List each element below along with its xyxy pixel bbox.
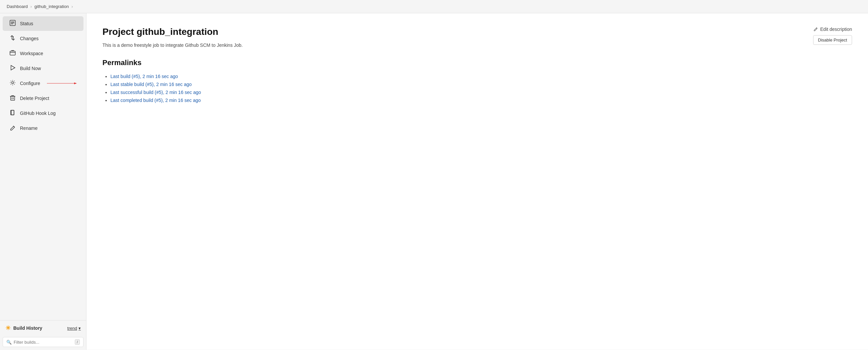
project-description: This is a demo freestyle job to integrat… (102, 42, 852, 48)
sidebar-item-build-now[interactable]: Build Now (3, 61, 84, 76)
project-title: Project github_integration (102, 27, 852, 37)
pencil-icon (813, 27, 818, 32)
sidebar-item-configure-label: Configure (20, 81, 40, 86)
build-history-label: Build History (13, 325, 42, 331)
filter-builds-container: 🔍 / (3, 337, 84, 347)
search-icon: 🔍 (6, 340, 12, 345)
svg-point-8 (12, 82, 13, 84)
edit-description-label: Edit description (820, 27, 852, 32)
content-area: Edit description Disable Project Project… (87, 13, 868, 350)
disable-project-button[interactable]: Disable Project (813, 35, 852, 45)
delete-project-icon (9, 95, 16, 102)
sun-icon: ☀ (5, 324, 11, 332)
sidebar-item-github-hook-log-label: GitHub Hook Log (20, 111, 56, 116)
breadcrumb-project[interactable]: github_integration (35, 4, 69, 9)
svg-rect-16 (11, 110, 14, 115)
sidebar-item-status-label: Status (20, 21, 33, 26)
sidebar-item-rename-label: Rename (20, 126, 38, 131)
sidebar-item-delete-project-label: Delete Project (20, 96, 49, 101)
sidebar-item-status[interactable]: Status (3, 16, 84, 31)
github-hook-log-icon (9, 110, 16, 117)
breadcrumb-sep-2: › (71, 4, 73, 9)
workspace-icon (9, 50, 16, 57)
svg-rect-11 (11, 96, 14, 100)
sidebar-item-workspace[interactable]: Workspace (3, 46, 84, 61)
build-history-section: ☀ Build History trend ▾ 🔍 / (0, 320, 86, 350)
sidebar-item-rename[interactable]: Rename (3, 121, 84, 136)
list-item: Last stable build (#5), 2 min 16 sec ago (111, 82, 852, 87)
permalink-last-stable-build[interactable]: Last stable build (#5), 2 min 16 sec ago (111, 82, 191, 87)
sidebar-item-delete-project[interactable]: Delete Project (3, 91, 84, 106)
svg-rect-6 (10, 51, 15, 55)
trend-label: trend (67, 326, 77, 331)
changes-icon (9, 35, 16, 42)
breadcrumb: Dashboard › github_integration › (0, 0, 868, 13)
sidebar-item-configure[interactable]: Configure (3, 76, 84, 91)
sidebar-nav: Status Changes (0, 16, 86, 320)
build-history-header: ☀ Build History trend ▾ (0, 320, 86, 336)
sidebar-item-changes-label: Changes (20, 36, 38, 41)
configure-icon (9, 80, 16, 87)
permalinks-list: Last build (#5), 2 min 16 sec ago Last s… (102, 74, 852, 103)
disable-project-label: Disable Project (818, 37, 847, 42)
permalink-last-completed-build[interactable]: Last completed build (#5), 2 min 16 sec … (111, 98, 201, 103)
sidebar-item-workspace-label: Workspace (20, 51, 43, 56)
build-now-icon (9, 65, 16, 72)
permalinks-title: Permalinks (102, 59, 852, 67)
slash-shortcut-badge: / (75, 339, 80, 345)
permalink-last-successful-build[interactable]: Last successful build (#5), 2 min 16 sec… (111, 90, 201, 95)
trend-link[interactable]: trend ▾ (67, 326, 81, 331)
permalink-last-build[interactable]: Last build (#5), 2 min 16 sec ago (111, 74, 178, 79)
svg-marker-10 (74, 82, 77, 84)
edit-description-button[interactable]: Edit description (813, 27, 852, 32)
filter-builds-input[interactable] (13, 340, 75, 345)
trend-chevron-icon: ▾ (79, 326, 81, 331)
sidebar-item-changes[interactable]: Changes (3, 31, 84, 46)
list-item: Last successful build (#5), 2 min 16 sec… (111, 90, 852, 95)
configure-arrow-annotation (47, 80, 77, 87)
sidebar-item-github-hook-log[interactable]: GitHub Hook Log (3, 106, 84, 120)
top-right-actions: Edit description Disable Project (813, 27, 852, 45)
status-icon (9, 20, 16, 27)
breadcrumb-dashboard[interactable]: Dashboard (7, 4, 28, 9)
sidebar: Status Changes (0, 13, 87, 350)
rename-icon (9, 125, 16, 132)
build-history-title: ☀ Build History (5, 324, 42, 332)
breadcrumb-sep-1: › (31, 4, 32, 9)
list-item: Last completed build (#5), 2 min 16 sec … (111, 98, 852, 103)
sidebar-item-build-now-label: Build Now (20, 66, 41, 71)
svg-marker-7 (11, 65, 15, 70)
list-item: Last build (#5), 2 min 16 sec ago (111, 74, 852, 79)
main-layout: Status Changes (0, 13, 868, 350)
